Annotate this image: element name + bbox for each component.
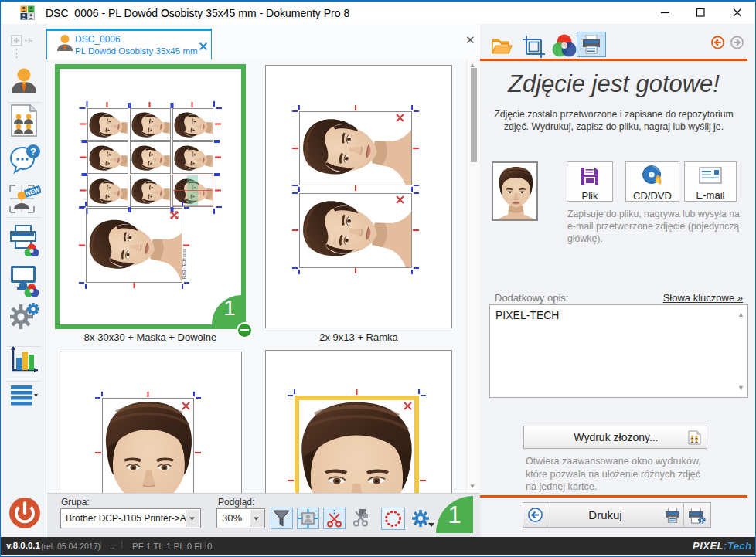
svg-text:PIXEL-TECH xxxxx: PIXEL-TECH xxxxx xyxy=(182,248,186,279)
svg-text:NEW: NEW xyxy=(25,186,41,197)
svg-text:?: ? xyxy=(30,146,36,158)
